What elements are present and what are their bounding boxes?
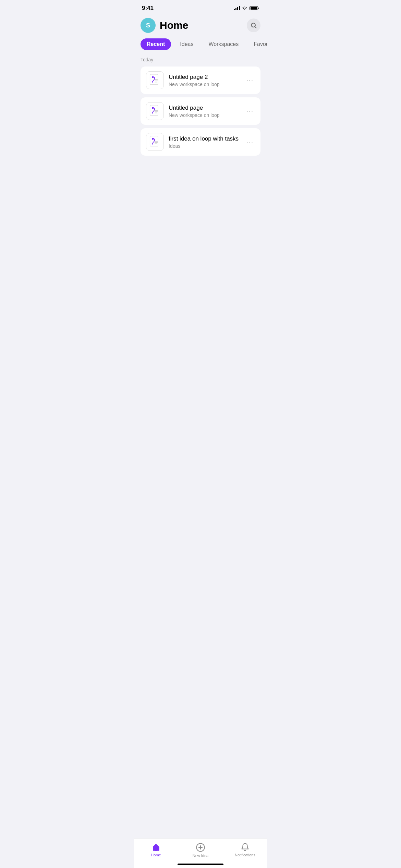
svg-line-1 — [255, 27, 256, 28]
item-text: Untitled page 2 New workspace on loop — [169, 74, 245, 87]
tab-workspaces[interactable]: Workspaces — [203, 38, 245, 50]
content: Today Untitled page 2 New workspace on l… — [134, 56, 267, 156]
search-button[interactable] — [247, 19, 260, 32]
list-item[interactable]: Untitled page New workspace on loop ··· — [141, 97, 260, 125]
status-icons — [234, 6, 259, 10]
item-icon — [146, 102, 164, 120]
more-button[interactable]: ··· — [245, 137, 255, 147]
battery-icon — [250, 6, 259, 10]
tab-favourites[interactable]: Favourites — [247, 38, 267, 50]
page-icon — [149, 105, 161, 117]
item-icon — [146, 71, 164, 89]
page-title: Home — [160, 20, 188, 31]
svg-point-8 — [152, 107, 154, 109]
signal-icon — [234, 6, 240, 10]
list-item[interactable]: Untitled page 2 New workspace on loop ··… — [141, 67, 260, 94]
page-icon — [149, 136, 161, 148]
section-today-label: Today — [141, 56, 260, 62]
status-bar: 9:41 — [134, 0, 267, 14]
item-subtitle: New workspace on loop — [169, 112, 245, 118]
status-time: 9:41 — [142, 5, 154, 12]
header: S Home — [134, 14, 267, 38]
avatar[interactable]: S — [141, 18, 156, 33]
item-text: first idea on loop with tasks Ideas — [169, 135, 245, 149]
more-button[interactable]: ··· — [245, 106, 255, 116]
svg-point-13 — [152, 138, 154, 140]
search-icon — [250, 22, 257, 29]
wifi-icon — [242, 6, 247, 10]
tabs-container: Recent Ideas Workspaces Favourites — [134, 38, 267, 56]
item-title: Untitled page 2 — [169, 74, 245, 81]
item-subtitle: Ideas — [169, 143, 245, 149]
more-button[interactable]: ··· — [245, 75, 255, 85]
item-subtitle: New workspace on loop — [169, 82, 245, 87]
item-icon — [146, 133, 164, 151]
item-title: first idea on loop with tasks — [169, 135, 245, 142]
tab-ideas[interactable]: Ideas — [174, 38, 199, 50]
item-text: Untitled page New workspace on loop — [169, 105, 245, 118]
page-icon — [149, 74, 161, 86]
tab-recent[interactable]: Recent — [141, 38, 171, 50]
svg-point-3 — [152, 76, 154, 78]
list-item[interactable]: first idea on loop with tasks Ideas ··· — [141, 128, 260, 156]
item-title: Untitled page — [169, 105, 245, 111]
